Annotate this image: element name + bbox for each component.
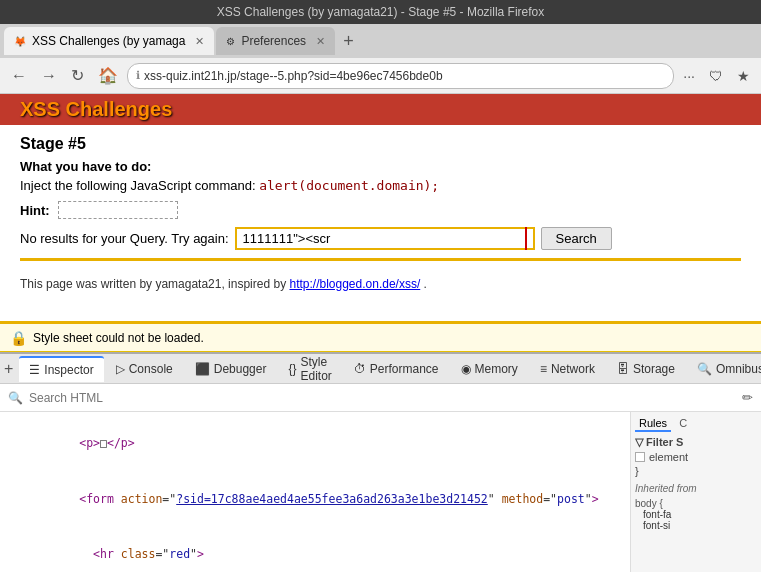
browser-toolbar: ← → ↻ 🏠 ℹ ··· 🛡 ★ [0,58,761,94]
preferences-icon: ⚙ [226,36,235,47]
firefox-icon: 🦊 [14,36,26,47]
storage-icon: 🗄 [617,362,629,376]
footer-link[interactable]: http://blogged.on.de/xss/ [289,277,420,291]
address-bar-wrap: ℹ [127,63,674,89]
memory-label: Memory [475,362,518,376]
footer-end: . [424,277,427,291]
window-title: XSS Challenges (by yamagata21) - Stage #… [217,5,545,19]
search-row: No results for your Query. Try again: Se… [20,227,741,250]
network-label: Network [551,362,595,376]
body-rule: body { font-fa font-si [635,498,757,531]
address-bar[interactable] [144,69,665,83]
tab-performance[interactable]: ⏱ Performance [344,356,449,382]
devtools-warning-bar: 🔒 Style sheet could not be loaded. [0,324,761,352]
toolbar-right-buttons: ··· 🛡 ★ [678,66,755,86]
search-button[interactable]: Search [541,227,612,250]
form-action-link[interactable]: ?sid=17c88ae4aed4ae55fee3a6ad263a3e1be3d… [176,492,488,506]
tab-xss-close[interactable]: ✕ [195,35,204,48]
omnibus-icon: 🔍 [697,362,712,376]
console-icon: ▷ [116,362,125,376]
what-label: What you have to do: [20,159,151,174]
search-input[interactable] [235,227,535,250]
rules-tabs: Rules C [635,416,757,432]
body-selector: body { [635,498,663,509]
home-button[interactable]: 🏠 [93,64,123,87]
brace-row: } [635,465,757,477]
tab-inspector[interactable]: ☰ Inspector [19,356,103,382]
inspector-label: Inspector [44,363,93,377]
style-editor-label: Style Editor [300,355,331,383]
element-label: element [649,451,688,463]
page-footer: This page was written by yamagata21, ins… [0,271,761,297]
tab-preferences-label: Preferences [241,34,306,48]
omnibus-label: Omnibus [716,362,761,376]
element-checkbox[interactable] [635,452,645,462]
browser-titlebar: XSS Challenges (by yamagata21) - Stage #… [0,0,761,24]
footer-text: This page was written by yamagata21, ins… [20,277,289,291]
tab-debugger[interactable]: ⬛ Debugger [185,356,277,382]
html-pane[interactable]: <p>□</p> <form action="?sid=17c88ae4aed4… [0,412,631,572]
forward-button[interactable]: → [36,65,62,87]
html-line-2: <form action="?sid=17c88ae4aed4ae55fee3a… [8,471,622,526]
devtools-right-pane: Rules C ▽ Filter S element } Inherited f… [631,412,761,572]
devtools-edit-button[interactable]: ✏ [742,390,753,405]
devtools-search-row: 🔍 ✏ [0,384,761,412]
orange-divider [20,258,741,261]
rules-tab[interactable]: Rules [635,416,671,432]
bookmark-button[interactable]: ★ [732,66,755,86]
debugger-label: Debugger [214,362,267,376]
debugger-icon: ⬛ [195,362,210,376]
js-command: alert(document.domain); [259,178,439,193]
instructions: What you have to do: Inject the followin… [20,159,741,193]
element-filter-row: element [635,451,757,463]
back-button[interactable]: ← [6,65,32,87]
tab-memory[interactable]: ◉ Memory [451,356,528,382]
warning-lock-icon: 🔒 [10,330,27,346]
devtools-panel: + ☰ Inspector ▷ Console ⬛ Debugger {} St… [0,352,761,572]
warning-text: Style sheet could not be loaded. [33,331,204,345]
html-line-1: <p>□</p> [8,416,622,471]
page-header: XSS Challenges [0,94,761,125]
inspector-icon: ☰ [29,363,40,377]
new-tab-button[interactable]: + [337,32,360,50]
filter-section: ▽ Filter S element } [635,436,757,477]
devtools-add-button[interactable]: + [4,361,13,377]
brace-close: } [635,465,639,477]
stage-title: Stage #5 [20,135,741,153]
hint-label: Hint: [20,203,50,218]
devtools-search-icon: 🔍 [8,391,23,405]
network-icon: ≡ [540,362,547,376]
menu-button[interactable]: ··· [678,66,700,86]
tab-storage[interactable]: 🗄 Storage [607,356,685,382]
no-results-label: No results for your Query. Try again: [20,231,229,246]
page-content: XSS Challenges Stage #5 What you have to… [0,94,761,324]
info-icon: ℹ [136,69,140,82]
tab-omnibus[interactable]: 🔍 Omnibus [687,356,761,382]
console-label: Console [129,362,173,376]
reload-button[interactable]: ↻ [66,64,89,87]
tab-preferences-close[interactable]: ✕ [316,35,325,48]
performance-icon: ⏱ [354,362,366,376]
inherited-from: Inherited from [635,483,757,494]
hint-box [58,201,178,219]
site-title: XSS Challenges [20,98,741,121]
style-editor-icon: {} [288,362,296,376]
tab-console[interactable]: ▷ Console [106,356,183,382]
tab-network[interactable]: ≡ Network [530,356,605,382]
memory-icon: ◉ [461,362,471,376]
devtools-body: <p>□</p> <form action="?sid=17c88ae4aed4… [0,412,761,572]
shield-button[interactable]: 🛡 [704,66,728,86]
browser-tabbar: 🦊 XSS Challenges (by yamaga ✕ ⚙ Preferen… [0,24,761,58]
devtools-search-input[interactable] [29,391,736,405]
font-size-prop: font-si [635,520,670,531]
devtools-toolbar: + ☰ Inspector ▷ Console ⬛ Debugger {} St… [0,354,761,384]
tab-style-editor[interactable]: {} Style Editor [278,356,341,382]
tab-xss-label: XSS Challenges (by yamaga [32,34,185,48]
font-family-prop: font-fa [635,509,671,520]
filter-title: ▽ Filter S [635,436,757,449]
tab-preferences[interactable]: ⚙ Preferences ✕ [216,27,335,55]
computed-tab[interactable]: C [675,416,691,432]
hint-row: Hint: [20,201,741,219]
page-body: Stage #5 What you have to do: Inject the… [0,125,761,271]
tab-xss[interactable]: 🦊 XSS Challenges (by yamaga ✕ [4,27,214,55]
